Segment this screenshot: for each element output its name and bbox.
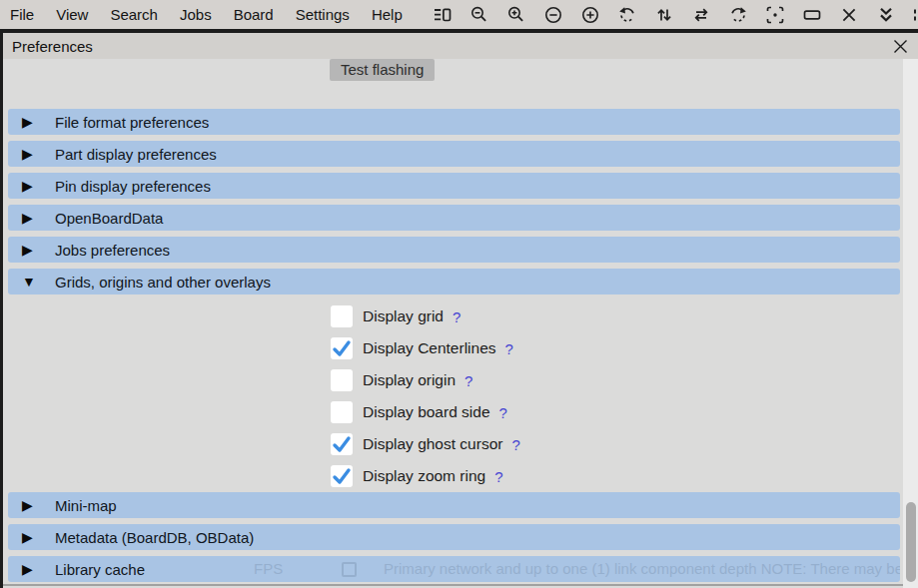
move-vertical-icon[interactable]: [654, 5, 674, 25]
plus-circle-icon[interactable]: [580, 5, 600, 25]
preferences-dialog: Preferences Test flashing ▶ File format …: [0, 29, 918, 588]
panel-toggle-icon[interactable]: [433, 5, 453, 25]
section-header-grids-origins-overlays[interactable]: ▼ Grids, origins and other overlays: [8, 269, 900, 294]
toolbar: [433, 0, 918, 29]
ghost-checkbox: [342, 562, 357, 577]
triangle-right-icon: ▶: [22, 237, 55, 263]
menu-search[interactable]: Search: [99, 0, 169, 29]
checkbox-display-board-side[interactable]: [331, 401, 353, 423]
rectangle-icon[interactable]: [802, 5, 822, 25]
option-label: Display Centerlines: [363, 339, 496, 357]
checkbox-display-zoom-ring[interactable]: [331, 465, 353, 487]
zoom-out-icon[interactable]: [469, 5, 489, 25]
checkbox-display-grid[interactable]: [331, 305, 353, 327]
test-flashing-button[interactable]: Test flashing: [330, 59, 435, 81]
section-header-file-format-preferences[interactable]: ▶ File format preferences: [8, 109, 900, 135]
dialog-titlebar: Preferences: [3, 33, 918, 59]
option-label: Display zoom ring: [363, 467, 485, 485]
checkbox-display-origin[interactable]: [331, 369, 353, 391]
option-label: Display board side: [363, 403, 490, 421]
rotate-ccw-icon[interactable]: [617, 5, 637, 25]
option-row-display-grid: Display grid ?: [8, 300, 900, 332]
section-label: Jobs preferences: [55, 242, 170, 259]
triangle-right-icon: ▶: [22, 173, 55, 199]
section-label: Part display preferences: [55, 146, 217, 163]
help-icon[interactable]: ?: [453, 308, 460, 325]
option-row-display-board-side: Display board side ?: [8, 396, 900, 428]
section-label: Mini-map: [55, 497, 117, 514]
menu-bar: File View Search Jobs Board Settings Hel…: [0, 0, 918, 29]
double-chevron-down-icon[interactable]: [876, 5, 896, 25]
menu-jobs[interactable]: Jobs: [169, 0, 223, 29]
clipped-edge-icon[interactable]: [913, 5, 918, 25]
section-label: File format preferences: [55, 114, 209, 131]
option-row-display-zoom-ring: Display zoom ring ?: [8, 460, 900, 492]
section-header-metadata[interactable]: ▶ Metadata (BoardDB, OBData): [8, 524, 900, 550]
section-header-library-cache[interactable]: FPS Primary network and up to one (1) li…: [8, 556, 900, 582]
scrollbar-thumb[interactable]: [906, 502, 916, 582]
section-label: Grids, origins and other overlays: [55, 274, 271, 291]
triangle-right-icon: ▶: [22, 524, 55, 550]
menu-view[interactable]: View: [45, 0, 99, 29]
dialog-title: Preferences: [3, 38, 93, 55]
section-label: Library cache: [55, 561, 145, 578]
minus-circle-icon[interactable]: [543, 5, 563, 25]
checkbox-display-centerlines[interactable]: [331, 337, 353, 359]
option-row-display-centerlines: Display Centerlines ?: [8, 332, 900, 364]
move-horizontal-icon[interactable]: [691, 5, 711, 25]
triangle-right-icon: ▶: [22, 492, 55, 518]
help-icon[interactable]: ?: [494, 468, 502, 485]
section-label: OpenBoardData: [55, 210, 163, 227]
triangle-down-icon: ▼: [22, 269, 55, 294]
menu-board[interactable]: Board: [223, 0, 285, 29]
menu-file[interactable]: File: [0, 0, 45, 29]
section-label: Metadata (BoardDB, OBData): [55, 529, 254, 546]
option-row-display-ghost-cursor: Display ghost cursor ?: [8, 428, 900, 460]
option-label: Display ghost cursor: [363, 435, 502, 453]
menu-help[interactable]: Help: [361, 0, 414, 29]
preference-sections: ▶ File format preferences ▶ Part display…: [8, 109, 900, 588]
triangle-right-icon: ▶: [22, 556, 55, 582]
option-label: Display grid: [363, 307, 444, 325]
zoom-in-icon[interactable]: [506, 5, 526, 25]
scrollbar-track[interactable]: [903, 59, 918, 588]
rotate-cw-icon[interactable]: [728, 5, 748, 25]
triangle-right-icon: ▶: [22, 109, 55, 135]
help-icon[interactable]: ?: [464, 372, 472, 389]
triangle-right-icon: ▶: [22, 205, 55, 231]
section-header-openboarddata[interactable]: ▶ OpenBoardData: [8, 205, 900, 231]
grids-overlays-options: Display grid ? Display Centerlines ? Dis…: [8, 300, 900, 492]
section-header-pin-display-preferences[interactable]: ▶ Pin display preferences: [8, 173, 900, 199]
focus-center-icon[interactable]: [765, 5, 785, 25]
dialog-content: Test flashing ▶ File format preferences …: [3, 59, 903, 588]
menu-settings[interactable]: Settings: [285, 0, 361, 29]
section-header-part-display-preferences[interactable]: ▶ Part display preferences: [8, 141, 900, 167]
close-icon[interactable]: [839, 5, 859, 25]
dialog-close-icon[interactable]: [892, 38, 909, 55]
option-label: Display origin: [363, 371, 456, 389]
help-icon[interactable]: ?: [505, 340, 513, 357]
dialog-bottom-edge: [3, 584, 903, 586]
section-label: Pin display preferences: [55, 178, 211, 195]
help-icon[interactable]: ?: [499, 404, 507, 421]
option-row-display-origin: Display origin ?: [8, 364, 900, 396]
section-header-mini-map[interactable]: ▶ Mini-map: [8, 492, 900, 518]
checkbox-display-ghost-cursor[interactable]: [331, 433, 353, 455]
help-icon[interactable]: ?: [511, 436, 519, 453]
triangle-right-icon: ▶: [22, 141, 55, 167]
section-header-jobs-preferences[interactable]: ▶ Jobs preferences: [8, 237, 900, 263]
